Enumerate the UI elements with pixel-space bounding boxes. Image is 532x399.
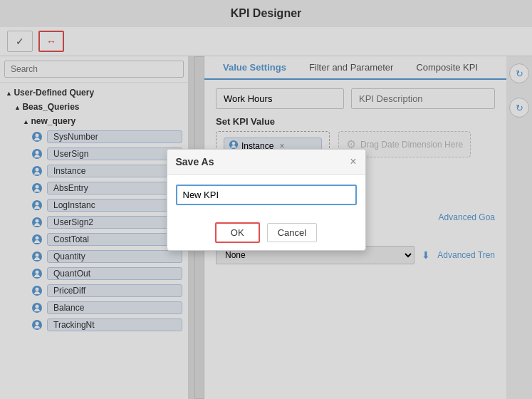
- dialog-body: [167, 175, 365, 215]
- cancel-button[interactable]: Cancel: [267, 223, 317, 242]
- dialog-overlay: Save As × OK Cancel: [0, 0, 532, 399]
- dialog-footer: OK Cancel: [167, 215, 365, 250]
- dialog-close-button[interactable]: ×: [350, 155, 356, 168]
- dialog-header: Save As ×: [167, 150, 365, 175]
- save-as-input[interactable]: [176, 185, 357, 205]
- ok-button[interactable]: OK: [215, 222, 260, 243]
- dialog-title: Save As: [176, 156, 214, 167]
- save-as-dialog: Save As × OK Cancel: [167, 149, 366, 251]
